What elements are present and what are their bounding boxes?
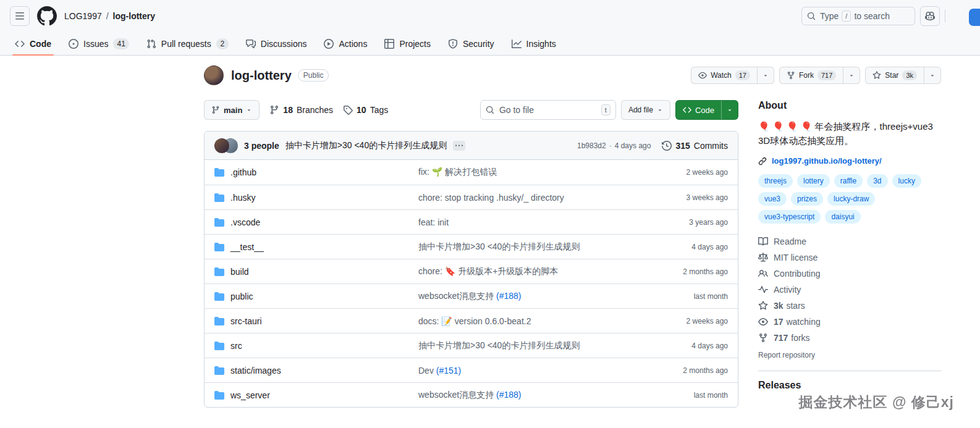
hamburger-menu-button[interactable] — [10, 6, 30, 26]
file-commit-message-link[interactable]: feat: init — [418, 217, 449, 227]
repo-title[interactable]: log-lottery — [231, 69, 292, 83]
file-name-link[interactable]: .github — [230, 167, 256, 177]
folder-icon — [214, 366, 224, 376]
file-row: src 抽中卡片增加>30 <40的卡片排列生成规则 4 days ago — [205, 333, 738, 358]
tab-discussions[interactable]: Discussions — [240, 32, 313, 55]
stars-link[interactable]: 3k stars — [758, 299, 941, 313]
file-name-link[interactable]: .husky — [230, 193, 255, 203]
pull-requests-count-badge: 2 — [216, 38, 229, 49]
file-name-link[interactable]: ws_server — [230, 390, 270, 400]
star-button[interactable]: Star 3k — [866, 67, 924, 83]
file-commit-message-link[interactable]: Dev — [418, 366, 436, 376]
topic-tag[interactable]: raffle — [834, 174, 863, 188]
report-repository-link[interactable]: Report repository — [758, 351, 815, 359]
tab-security[interactable]: Security — [442, 32, 501, 55]
file-commit-message-link[interactable]: websocket消息支持 — [418, 291, 496, 301]
file-name-link[interactable]: src — [230, 341, 242, 351]
file-commit-message-link[interactable]: chore: stop tracking .husky/_ directory — [418, 193, 564, 203]
watching-link[interactable]: 17 watching — [758, 315, 941, 329]
topic-tag[interactable]: threejs — [758, 174, 793, 188]
file-name-link[interactable]: static/images — [230, 366, 281, 376]
topic-tag[interactable]: lucky — [892, 174, 921, 188]
file-name-link[interactable]: __test__ — [230, 242, 264, 252]
contributor-avatars[interactable] — [214, 138, 238, 153]
commit-details-button[interactable] — [453, 141, 465, 151]
watch-button[interactable]: Watch 17 — [691, 67, 757, 83]
tab-issues[interactable]: Issues 41 — [62, 32, 135, 55]
pr-number-link[interactable]: (#188) — [496, 291, 521, 301]
file-commit-message-link[interactable]: websocket消息支持 — [418, 390, 496, 400]
code-dropdown-button[interactable] — [721, 101, 738, 119]
cut-off-header-button[interactable] — [969, 9, 980, 26]
file-row: static/images Dev (#151) 2 months ago — [205, 358, 738, 382]
license-link[interactable]: MIT license — [758, 251, 941, 264]
watch-dropdown-button[interactable] — [757, 67, 774, 83]
watch-button-group: Watch 17 — [691, 67, 774, 84]
contributing-link[interactable]: Contributing — [758, 267, 941, 280]
file-name-link[interactable]: public — [230, 292, 253, 301]
tab-projects[interactable]: Projects — [378, 32, 437, 55]
pr-number-link[interactable]: (#188) — [496, 390, 521, 400]
commit-hash-link[interactable]: 1b983d2 — [577, 141, 606, 150]
file-row: src-tauri docs: 📝 version 0.6.0-beat.2 2… — [205, 308, 738, 333]
fork-button-group: Fork 717 — [779, 67, 860, 84]
branch-selector-button[interactable]: main — [205, 101, 259, 119]
fork-button[interactable]: Fork 717 — [780, 67, 843, 83]
code-button[interactable]: Code — [676, 101, 721, 119]
topic-tag[interactable]: daisyui — [825, 210, 860, 224]
commit-authors-link[interactable]: 3 people — [244, 141, 279, 151]
github-header: LOG1997 / log-lottery Type / to search — [0, 0, 980, 32]
file-table-body: .github fix: 🌱 解决打包错误 2 weeks ago .husky… — [205, 160, 738, 407]
discussion-icon — [246, 39, 256, 49]
star-dropdown-button[interactable] — [924, 67, 940, 83]
owner-avatar[interactable] — [204, 65, 224, 85]
tab-code[interactable]: Code — [9, 32, 57, 55]
people-icon — [758, 269, 768, 279]
commit-message-link[interactable]: 抽中卡片增加>30 <40的卡片排列生成规则 — [285, 140, 447, 151]
search-placeholder: Type / to search — [820, 10, 890, 22]
file-name-link[interactable]: src-tauri — [230, 316, 262, 326]
file-name-link[interactable]: build — [230, 267, 249, 277]
file-commit-message-link[interactable]: chore: 🔖 升级版本+升级版本的脚本 — [418, 266, 558, 276]
topic-tag[interactable]: 3d — [867, 174, 887, 188]
topic-tag[interactable]: lucky-draw — [827, 192, 875, 206]
branches-link[interactable]: 18 Branches — [269, 105, 333, 115]
tab-actions[interactable]: Actions — [318, 32, 373, 55]
repo-nav-tabs: Code Issues 41 Pull requests 2 Discussio… — [0, 32, 980, 56]
file-commit-message-link[interactable]: 抽中卡片增加>30 <40的卡片排列生成规则 — [418, 241, 580, 251]
activity-link[interactable]: Activity — [758, 283, 941, 296]
eye-icon — [758, 317, 768, 327]
file-name-link[interactable]: .vscode — [230, 217, 260, 227]
add-file-button[interactable]: Add file — [622, 101, 670, 119]
github-logo[interactable] — [37, 6, 57, 26]
chevron-down-icon — [727, 107, 733, 113]
topic-tag[interactable]: prizes — [791, 192, 823, 206]
file-age: 2 months ago — [635, 366, 728, 375]
copilot-button[interactable] — [920, 6, 940, 26]
tags-link[interactable]: 10 Tags — [343, 105, 388, 115]
pr-number-link[interactable]: (#151) — [436, 366, 461, 376]
topic-tag[interactable]: lottery — [797, 174, 830, 188]
tab-insights[interactable]: Insights — [505, 32, 562, 55]
file-commit-message-link[interactable]: docs: 📝 version 0.6.0-beat.2 — [418, 316, 531, 326]
tab-pull-requests[interactable]: Pull requests 2 — [140, 32, 235, 55]
file-commit-message-link[interactable]: fix: 🌱 解决打包错误 — [418, 167, 497, 177]
file-commit-message-link[interactable]: 抽中卡片增加>30 <40的卡片排列生成规则 — [418, 340, 580, 350]
chevron-down-icon — [657, 107, 663, 113]
website-link[interactable]: log1997.github.io/log-lottery/ — [772, 156, 882, 166]
go-to-file-input[interactable]: Go to file t — [480, 100, 616, 120]
issue-opened-icon — [69, 39, 78, 49]
breadcrumb-repo-link[interactable]: log-lottery — [113, 11, 155, 21]
topic-tag[interactable]: vue3-typescript — [758, 210, 821, 224]
forks-link[interactable]: 717 forks — [758, 331, 941, 345]
topic-tag[interactable]: vue3 — [758, 192, 787, 206]
breadcrumb-owner-link[interactable]: LOG1997 — [64, 11, 102, 21]
file-row: __test__ 抽中卡片增加>30 <40的卡片排列生成规则 4 days a… — [205, 234, 738, 259]
graph-icon — [512, 39, 522, 49]
fork-dropdown-button[interactable] — [843, 67, 860, 83]
about-sidebar: About 🎈 🎈 🎈 🎈 年会抽奖程序，threejs+vue3 3D球体动态… — [758, 100, 941, 408]
star-icon — [872, 71, 881, 80]
commit-history-link[interactable]: 315 Commits — [662, 141, 728, 151]
readme-link[interactable]: Readme — [758, 235, 941, 248]
global-search-input[interactable]: Type / to search — [801, 7, 915, 25]
